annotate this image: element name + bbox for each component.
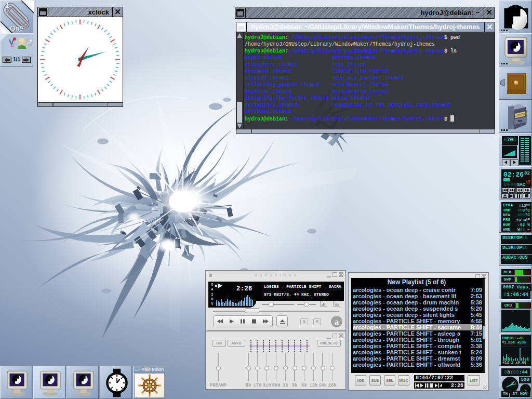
svg-text:c: c [11, 42, 15, 49]
